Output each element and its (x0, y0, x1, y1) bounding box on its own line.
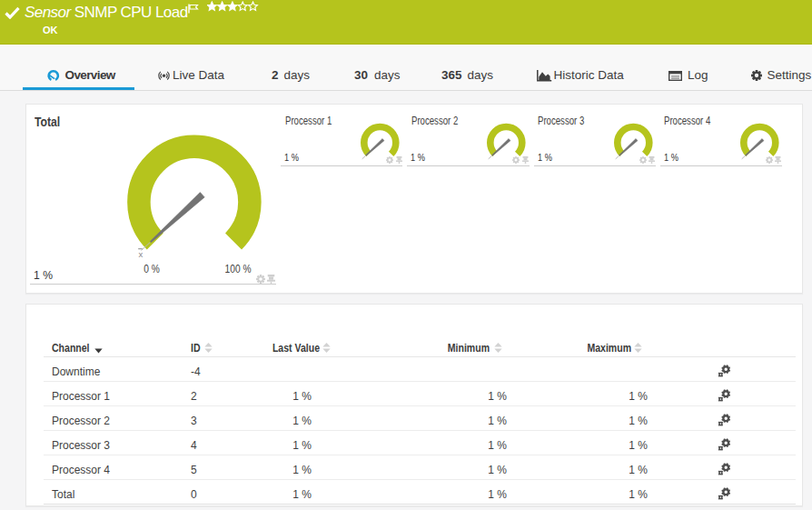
svg-text:x: x (139, 249, 144, 259)
